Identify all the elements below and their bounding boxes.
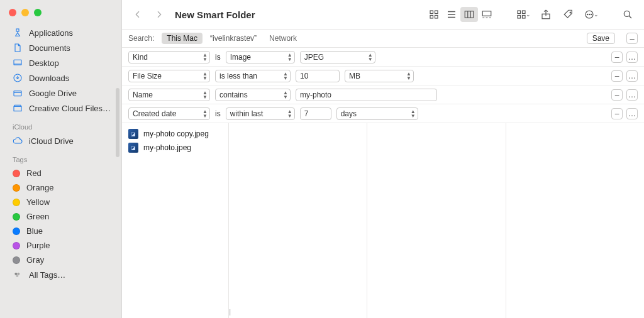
rule-select-value: is less than [219,72,257,80]
rule-remove-button[interactable]: – [611,108,623,119]
rule-row-3: Created date▲▼iswithin last▲▼days▲▼–… [122,104,644,123]
rule-select-value: Created date [133,109,176,118]
rule-value-input[interactable] [300,107,331,120]
all-tags-icon [13,270,23,280]
gallery-view-button[interactable] [478,7,496,22]
sidebar-tag-yellow[interactable]: Yellow [0,195,121,209]
tag-dot-icon [13,170,20,177]
svg-point-18 [570,12,571,13]
rule-more-button[interactable]: … [626,89,638,101]
back-button[interactable] [130,6,146,23]
svg-rect-8 [435,11,438,14]
rule-select[interactable]: File Size▲▼ [128,70,210,82]
sidebar-item-downloads[interactable]: Downloads [0,70,121,85]
stepper-icon: ▲▼ [411,109,416,118]
stepper-icon: ▲▼ [368,53,373,62]
rule-remove-button[interactable]: – [611,89,623,101]
stepper-icon: ▲▼ [203,72,208,80]
rule-select[interactable]: within last▲▼ [226,107,295,120]
sidebar-tag-purple[interactable]: Purple [0,238,121,253]
rule-select-value: File Size [133,72,162,80]
save-search-button[interactable]: Save [587,33,615,44]
rule-select[interactable]: JPEG▲▼ [300,51,375,63]
tag-dot-icon [13,242,20,249]
rule-select[interactable]: Kind▲▼ [128,51,210,63]
rule-select[interactable]: MB▲▼ [345,70,414,82]
column-2 [229,123,367,318]
tag-dot-icon [13,199,20,206]
rule-select-value: MB [349,72,360,80]
sidebar-item-icloud-drive[interactable]: iCloud Drive [0,133,121,148]
sidebar-item-ccloud[interactable]: Creative Cloud Files… [0,101,121,116]
sidebar-item-label: Blue [26,226,43,236]
svg-point-23 [624,11,630,16]
sidebar: ApplicationsDocumentsDesktopDownloadsGoo… [0,0,122,318]
action-menu-button[interactable]: ⌄ [582,7,600,22]
rule-select[interactable]: is less than▲▼ [215,70,291,82]
search-button[interactable] [619,7,636,22]
rule-value-input[interactable] [296,70,340,82]
edit-tags-button[interactable] [560,7,577,22]
svg-point-22 [591,14,591,14]
icon-view-button[interactable] [425,7,443,22]
stepper-icon: ▲▼ [203,90,208,99]
sidebar-scrollbar[interactable] [116,88,119,157]
svg-point-4 [14,273,17,275]
fullscreen-window-button[interactable] [34,9,42,16]
list-view-button[interactable] [443,7,460,22]
column-4 [506,123,644,318]
results-column: ◪my-photo copy.jpeg◪my-photo.jpeg [122,123,229,318]
rule-remove-button[interactable]: – [611,70,623,82]
rule-select-value: JPEG [304,53,324,62]
sidebar-tag-gray[interactable]: Gray [0,253,121,267]
svg-point-5 [17,273,19,275]
search-scope-0[interactable]: This Mac [162,33,203,44]
sidebar-item-label: Orange [26,183,53,192]
column-resize-handle[interactable]: || [229,309,230,315]
sidebar-tag-blue[interactable]: Blue [0,224,121,238]
column-view-button[interactable] [460,7,478,22]
rule-more-button[interactable]: … [626,108,638,119]
rule-more-button[interactable]: … [626,52,638,63]
share-button[interactable] [537,7,555,22]
result-file[interactable]: ◪my-photo copy.jpeg [122,127,228,141]
sidebar-tag-green[interactable]: Green [0,209,121,224]
sidebar-item-applications[interactable]: Applications [0,25,121,40]
search-scope-2[interactable]: Network [264,33,302,44]
rule-select[interactable]: Name▲▼ [128,89,210,101]
rule-row-0: Kind▲▼isImage▲▼JPEG▲▼–… [122,48,644,67]
svg-point-21 [589,14,589,14]
sidebar-item-documents[interactable]: Documents [0,40,121,55]
rule-static-text: is [215,53,221,62]
stepper-icon: ▲▼ [283,72,288,80]
group-by-button[interactable]: ⌄ [514,7,532,22]
rule-more-button[interactable]: … [626,70,638,82]
search-scope-1[interactable]: “ivelinkrastev” [205,33,262,44]
rule-select[interactable]: days▲▼ [336,107,418,120]
rule-value-input[interactable] [296,89,437,101]
rule-select[interactable]: Image▲▼ [226,51,295,63]
rule-select[interactable]: contains▲▼ [215,89,291,101]
sidebar-item-all-tags[interactable]: All Tags… [0,267,121,282]
rule-select[interactable]: Created date▲▼ [128,107,210,120]
sidebar-item-desktop[interactable]: Desktop [0,55,121,70]
column-3 [367,123,506,318]
rule-select-value: Image [230,53,251,62]
result-file[interactable]: ◪my-photo.jpeg [122,141,228,155]
tag-dot-icon [13,228,20,235]
sidebar-section-tags: Tags [0,148,121,166]
cloud-icon [13,136,23,146]
sidebar-item-gdrive[interactable]: Google Drive [0,85,121,101]
remove-search-button[interactable]: – [626,33,638,44]
minimize-window-button[interactable] [21,9,29,16]
applications-icon [13,28,23,38]
rule-remove-button[interactable]: – [611,52,623,63]
close-window-button[interactable] [9,9,16,16]
search-label: Search: [128,34,154,43]
sidebar-item-label: Google Drive [29,89,77,98]
jpeg-file-icon: ◪ [128,143,138,153]
forward-button[interactable] [151,6,167,23]
sidebar-tag-red[interactable]: Red [0,166,121,180]
sidebar-tag-orange[interactable]: Orange [0,180,121,195]
search-scope-bar: Search: This Mac“ivelinkrastev”Network S… [122,29,644,48]
